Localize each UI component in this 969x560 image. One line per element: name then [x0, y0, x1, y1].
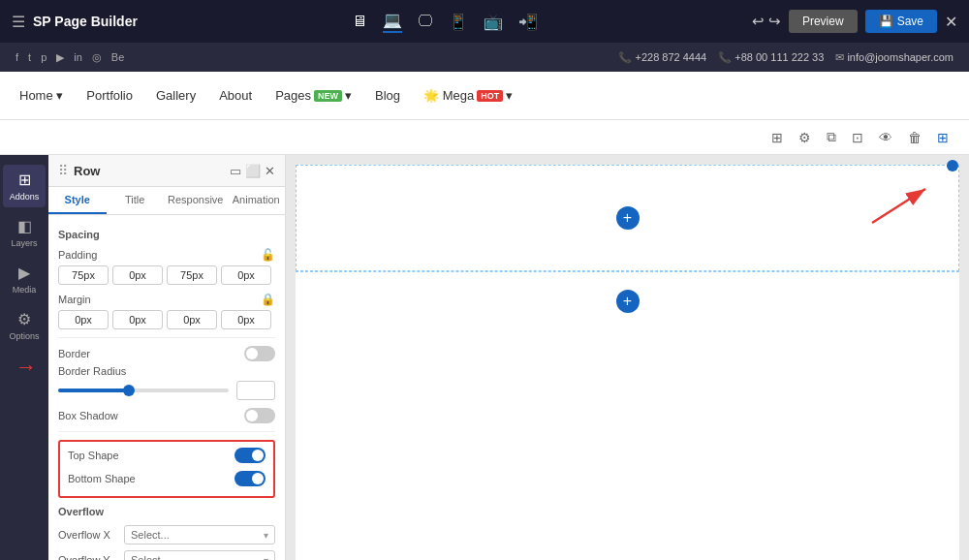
overflow-x-label: Overflow X [58, 529, 116, 541]
nav-item-about[interactable]: About [219, 88, 252, 103]
trash-toolbar-icon[interactable]: 🗑 [903, 127, 926, 148]
second-bar: f t p ▶ in ◎ Be 📞 +228 872 4444 📞 +88 00… [0, 43, 969, 72]
add-column-button[interactable]: + [616, 206, 640, 230]
nav-item-mega[interactable]: 🌟 Mega HOT ▾ [423, 88, 513, 103]
padding-left-input[interactable] [221, 265, 271, 285]
sidebar-layers-label: Layers [11, 238, 37, 248]
undo-button[interactable]: ↩ [752, 13, 765, 30]
tablet-icon[interactable]: 📱 [449, 13, 468, 31]
nav-item-gallery[interactable]: Gallery [156, 88, 196, 103]
behance-icon[interactable]: Be [111, 51, 124, 64]
save-button[interactable]: 💾 Save [865, 10, 937, 33]
phone2: 📞 +88 00 111 222 33 [718, 51, 824, 64]
bottom-shape-label: Bottom Shape [68, 473, 136, 484]
border-radius-slider-row [58, 381, 275, 400]
add-row-button[interactable]: + [616, 290, 640, 313]
overflow-y-select[interactable]: Select... ▾ [124, 550, 275, 560]
padding-top-input[interactable] [58, 265, 109, 285]
margin-row: Margin 🔒 [58, 293, 275, 306]
laptop-icon[interactable]: 💻 [383, 11, 402, 33]
overflow-y-label: Overflow Y [58, 554, 116, 560]
redo-button[interactable]: ↪ [768, 13, 781, 30]
row-block-2: + [296, 271, 959, 329]
top-shape-row: Top Shape [68, 448, 266, 463]
bottom-shape-toggle[interactable] [234, 471, 266, 486]
pinterest-icon[interactable]: p [41, 51, 47, 64]
sidebar-item-media[interactable]: ▶ Media [3, 258, 46, 300]
copy-toolbar-icon[interactable]: ⧉ [822, 126, 841, 148]
mobile-icon[interactable]: 📲 [518, 13, 538, 31]
linkedin-icon[interactable]: in [74, 51, 82, 64]
spacing-section-title: Spacing [58, 229, 275, 240]
nav-item-blog[interactable]: Blog [375, 88, 400, 103]
panel-expand-icon[interactable]: ⬜ [245, 164, 261, 178]
nav-item-home[interactable]: Home ▾ [19, 88, 63, 103]
eye-toolbar-icon[interactable]: 👁 [874, 127, 897, 148]
canvas-inner: + + [296, 165, 959, 560]
grid-toolbar-icon[interactable]: ⊞ [766, 127, 788, 148]
device-icons: 🖥 💻 🖵 📱 📺 📲 [352, 11, 538, 33]
sidebar-item-options[interactable]: ⚙ Options [3, 304, 46, 347]
top-bar-right: ↩ ↪ Preview 💾 Save ✕ [752, 10, 957, 33]
border-toggle[interactable] [244, 346, 275, 361]
panel-tabs: Style Title Responsive Animation [48, 187, 285, 215]
tab-title[interactable]: Title [107, 187, 165, 214]
instagram-icon[interactable]: ◎ [92, 51, 102, 64]
desktop-icon[interactable]: 🖥 [352, 13, 367, 30]
phone1: 📞 +228 872 4444 [618, 51, 706, 64]
tab-responsive[interactable]: Responsive [164, 187, 227, 214]
panel-title: Row [74, 164, 100, 178]
overflow-x-arrow-icon: ▾ [264, 530, 268, 541]
overflow-x-select[interactable]: Select... ▾ [124, 525, 275, 544]
undo-redo: ↩ ↪ [752, 13, 781, 30]
red-arrow-canvas [862, 184, 940, 235]
settings-toolbar-icon[interactable]: ⚙ [794, 127, 816, 148]
tv-icon[interactable]: 📺 [484, 13, 503, 31]
top-shape-toggle[interactable] [234, 448, 266, 463]
close-button[interactable]: ✕ [945, 13, 957, 31]
slider-thumb[interactable] [123, 385, 135, 396]
duplicate-toolbar-icon[interactable]: ⊡ [847, 127, 868, 148]
nav-item-portfolio[interactable]: Portfolio [86, 88, 133, 103]
addons-icon: ⊞ [18, 171, 31, 189]
border-radius-input[interactable] [236, 381, 275, 400]
panel-window-icon[interactable]: ▭ [230, 164, 241, 178]
padding-bottom-input[interactable] [167, 265, 217, 285]
margin-label: Margin [58, 294, 91, 305]
panel-header: ⠿ Row ▭ ⬜ ✕ [48, 155, 285, 187]
tab-style[interactable]: Style [48, 187, 107, 214]
red-arrow-annotation: → [12, 355, 37, 380]
mega-badge: HOT [477, 90, 503, 102]
layout-toolbar-icon[interactable]: ⊞ [932, 127, 953, 148]
tab-animation[interactable]: Animation [227, 187, 285, 214]
border-radius-slider[interactable] [58, 389, 229, 392]
blue-dot-top [947, 160, 958, 171]
facebook-icon[interactable]: f [16, 51, 18, 64]
border-radius-label: Border Radius [58, 365, 126, 377]
monitor-icon[interactable]: 🖵 [418, 13, 433, 30]
box-shadow-toggle[interactable] [244, 408, 275, 423]
social-icons: f t p ▶ in ◎ Be [16, 51, 124, 64]
margin-bottom-input[interactable] [167, 310, 217, 329]
margin-left-input[interactable] [221, 310, 271, 329]
panel-close-icon[interactable]: ✕ [265, 164, 275, 178]
sidebar-item-layers[interactable]: ◧ Layers [3, 211, 46, 254]
twitter-icon[interactable]: t [28, 51, 31, 64]
margin-lock-icon[interactable]: 🔒 [261, 293, 275, 306]
toolbar-bar: ⊞ ⚙ ⧉ ⊡ 👁 🗑 ⊞ [0, 120, 969, 155]
layers-icon: ◧ [17, 217, 32, 235]
left-sidebar: ⊞ Addons ◧ Layers ▶ Media ⚙ Options → [0, 155, 48, 560]
panel-title-area: ⠿ Row [58, 163, 100, 178]
youtube-icon[interactable]: ▶ [56, 51, 64, 64]
margin-top-input[interactable] [58, 310, 109, 329]
hamburger-icon[interactable]: ☰ [12, 13, 25, 31]
drag-handle-icon[interactable]: ⠿ [58, 163, 68, 178]
padding-lock-icon[interactable]: 🔓 [261, 248, 275, 262]
nav-item-pages[interactable]: Pages NEW ▾ [275, 88, 352, 103]
padding-right-input[interactable] [112, 265, 163, 285]
sidebar-item-addons[interactable]: ⊞ Addons [3, 165, 46, 207]
margin-right-input[interactable] [112, 310, 163, 329]
overflow-y-row: Overflow Y Select... ▾ [58, 550, 275, 560]
preview-button[interactable]: Preview [789, 10, 858, 33]
slider-fill [58, 389, 126, 392]
